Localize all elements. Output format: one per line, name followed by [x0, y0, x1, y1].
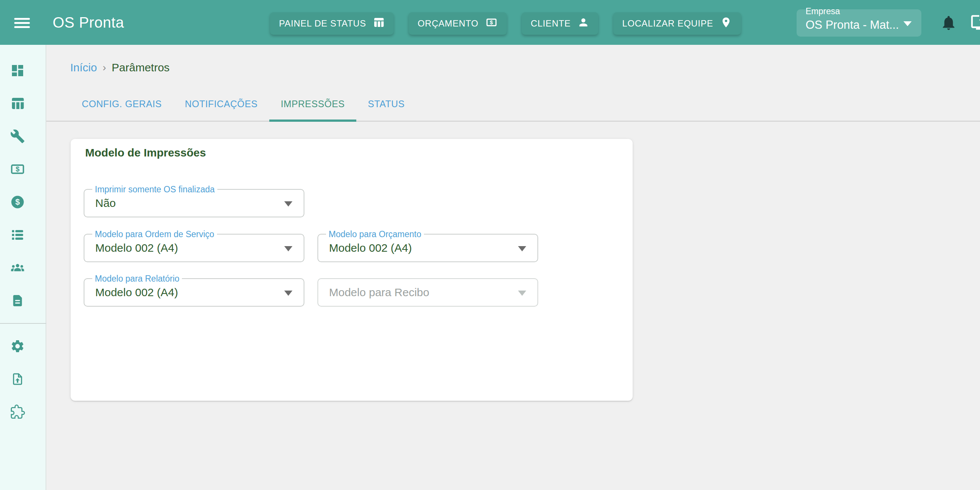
location-pin-icon — [720, 16, 732, 30]
field-label: Modelo para Relatório — [92, 274, 182, 283]
select-imprimir-somente-os-finalizada[interactable]: Imprimir somente OS finalizada Não — [84, 189, 304, 217]
field-placeholder: Modelo para Recibo — [329, 286, 430, 299]
caret-down-icon — [284, 246, 293, 251]
caret-down-icon — [284, 201, 293, 207]
caret-down-icon — [518, 291, 526, 296]
settings-gear-icon[interactable] — [10, 339, 25, 354]
puzzle-icon[interactable] — [10, 404, 25, 419]
localizar-equipe-button[interactable]: LOCALIZAR EQUIPE — [613, 12, 741, 35]
caret-down-icon — [284, 291, 293, 296]
painel-de-status-button[interactable]: PAINEL DE STATUS — [270, 12, 394, 35]
tab-status[interactable]: STATUS — [356, 86, 417, 122]
orcamento-button[interactable]: ORÇAMENTO $ — [409, 12, 507, 35]
select-modelo-orcamento[interactable]: Modelo para Orçamento Modelo 002 (A4) — [317, 234, 538, 262]
dashboard-icon[interactable] — [10, 63, 25, 78]
field-value: Modelo 002 (A4) — [95, 286, 178, 299]
breadcrumb-separator: › — [103, 62, 106, 73]
groups-icon[interactable] — [10, 260, 25, 275]
painel-de-status-label: PAINEL DE STATUS — [279, 18, 366, 29]
field-value: Modelo 002 (A4) — [95, 242, 178, 255]
svg-text:$: $ — [16, 165, 19, 173]
app-header: OS Pronta PAINEL DE STATUS ORÇAMENTO $ C… — [0, 0, 980, 45]
svg-text:$: $ — [15, 197, 20, 207]
sidebar-divider — [0, 323, 46, 324]
tab-config-gerais[interactable]: CONFIG. GERAIS — [70, 86, 173, 122]
breadcrumb: Início › Parâmetros — [70, 61, 170, 74]
table-chart-icon[interactable] — [10, 96, 25, 111]
cliente-label: CLIENTE — [531, 18, 571, 29]
select-modelo-relatorio[interactable]: Modelo para Relatório Modelo 002 (A4) — [84, 278, 304, 307]
table-chart-icon — [373, 16, 385, 30]
modelo-impressoes-card: Modelo de Impressões Imprimir somente OS… — [71, 139, 633, 401]
company-select-label: Empresa — [806, 6, 840, 16]
install-desktop-icon[interactable] — [970, 13, 980, 32]
notifications-bell-icon[interactable] — [940, 14, 957, 31]
caret-down-icon — [518, 246, 526, 251]
field-value: Modelo 002 (A4) — [329, 242, 412, 255]
field-label: Modelo para Ordem de Serviço — [92, 229, 217, 239]
orcamento-label: ORÇAMENTO — [418, 18, 479, 29]
company-select[interactable]: Empresa OS Pronta - Mat... — [797, 10, 921, 37]
sidebar: $ $ — [0, 45, 46, 490]
svg-text:$: $ — [490, 19, 493, 25]
app-title: OS Pronta — [52, 14, 124, 31]
field-label: Imprimir somente OS finalizada — [92, 185, 217, 194]
select-modelo-ordem-servico[interactable]: Modelo para Ordem de Serviço Modelo 002 … — [84, 234, 304, 262]
wrench-icon[interactable] — [10, 129, 25, 144]
breadcrumb-home-link[interactable]: Início — [70, 61, 97, 74]
tabs-strip: CONFIG. GERAIS NOTIFICAÇÕES IMPRESSÕES S… — [46, 86, 980, 122]
tab-impressoes[interactable]: IMPRESSÕES — [269, 86, 356, 122]
localizar-equipe-label: LOCALIZAR EQUIPE — [622, 18, 713, 29]
storage-list-icon[interactable] — [10, 228, 25, 242]
hamburger-menu-icon[interactable] — [14, 18, 30, 28]
select-modelo-recibo[interactable]: Modelo para Recibo — [317, 278, 538, 307]
field-value: Não — [95, 197, 116, 210]
file-upload-icon[interactable] — [10, 372, 25, 387]
money-bill-icon: $ — [485, 16, 498, 30]
card-title: Modelo de Impressões — [85, 146, 206, 159]
caret-down-icon — [904, 21, 912, 26]
person-icon — [578, 16, 589, 30]
field-label: Modelo para Orçamento — [326, 229, 424, 239]
document-icon[interactable] — [10, 293, 25, 308]
money-bill-icon[interactable]: $ — [10, 162, 25, 177]
cliente-button[interactable]: CLIENTE — [522, 12, 598, 35]
tab-notificacoes[interactable]: NOTIFICAÇÕES — [173, 86, 269, 122]
header-nav: PAINEL DE STATUS ORÇAMENTO $ CLIENTE LOC… — [270, 12, 741, 35]
company-select-value: OS Pronta - Mat... — [806, 18, 899, 32]
breadcrumb-current: Parâmetros — [112, 61, 170, 74]
dollar-circle-icon[interactable]: $ — [10, 194, 25, 210]
